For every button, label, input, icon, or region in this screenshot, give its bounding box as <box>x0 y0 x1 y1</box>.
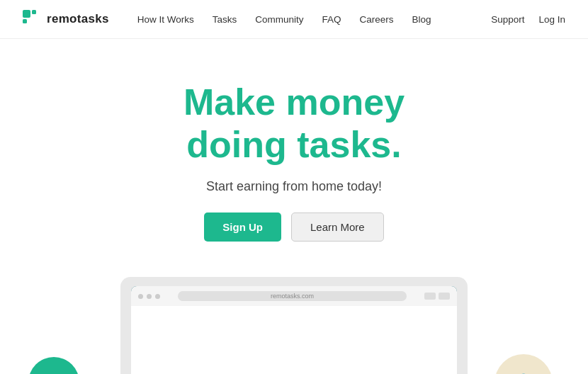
nav-link-careers[interactable]: Careers <box>360 14 394 25</box>
hero-buttons: Sign Up Learn More <box>204 212 383 242</box>
nav-link-blog[interactable]: Blog <box>412 14 431 25</box>
browser-bar: remotasks.com <box>131 286 457 306</box>
browser-url-bar: remotasks.com <box>178 291 407 301</box>
laptop-illustration: remotasks.com ✓ ✓ ✿ <box>14 277 574 374</box>
brand-name: remotasks <box>47 12 109 26</box>
logo-area: remotasks <box>23 10 109 28</box>
nav-link-support[interactable]: Support <box>491 14 524 25</box>
laptop-screen: remotasks.com <box>131 286 457 374</box>
screen-body <box>131 306 457 374</box>
hero-subtitle: Start earning from home today! <box>206 179 382 194</box>
browser-icons <box>424 293 450 300</box>
signup-button[interactable]: Sign Up <box>204 212 281 242</box>
nav-link-how-it-works[interactable]: How It Works <box>137 14 194 25</box>
nav-right: Support Log In <box>491 14 565 25</box>
float-check-left: ✓ <box>28 357 79 374</box>
nav-link-community[interactable]: Community <box>255 14 303 25</box>
browser-icon-2 <box>439 293 450 300</box>
svg-rect-2 <box>23 19 27 23</box>
gear-icon: ✿ <box>513 368 534 374</box>
nav-link-faq[interactable]: FAQ <box>322 14 341 25</box>
url-text: remotasks.com <box>271 293 314 300</box>
nav-links: How It Works Tasks Community FAQ Careers… <box>137 14 491 25</box>
svg-rect-1 <box>32 10 36 14</box>
browser-dot-2 <box>147 294 152 299</box>
hero-title: Make money doing tasks. <box>183 81 405 166</box>
browser-dot-3 <box>155 294 160 299</box>
nav-link-login[interactable]: Log In <box>538 14 565 25</box>
hero-section: Make money doing tasks. Start earning fr… <box>0 39 588 374</box>
checkmark-left-icon: ✓ <box>46 370 62 374</box>
nav-link-tasks[interactable]: Tasks <box>213 14 237 25</box>
navbar: remotasks How It Works Tasks Community F… <box>0 0 588 39</box>
float-gear-right: ✿ <box>494 354 553 374</box>
learn-more-button[interactable]: Learn More <box>291 212 384 242</box>
browser-dot-1 <box>138 294 143 299</box>
svg-rect-0 <box>23 10 30 18</box>
browser-icon-1 <box>424 293 436 300</box>
laptop-outer: remotasks.com <box>120 277 468 374</box>
logo-icon <box>23 10 41 28</box>
